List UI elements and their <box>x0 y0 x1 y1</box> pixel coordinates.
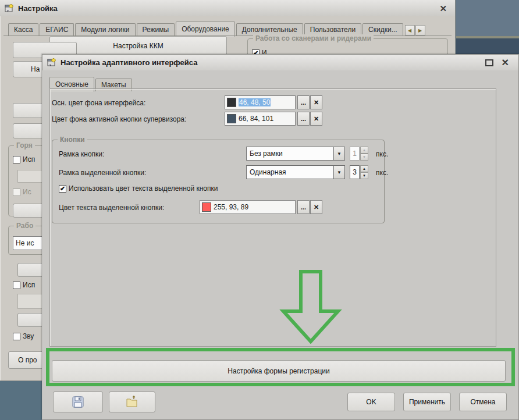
left-checkbox-1-label: Исп <box>23 155 35 163</box>
dialog-title: Настройка адаптивного интерфейса <box>61 58 197 67</box>
cancel-button[interactable]: Отмена <box>459 393 507 411</box>
selected-frame-width-value: 3 <box>350 165 360 179</box>
save-layout-button[interactable] <box>53 391 103 412</box>
left-checkbox-zvuk[interactable]: Зву <box>13 332 34 340</box>
frame-unit-label: пкс. <box>376 150 388 158</box>
selected-frame-combo-value: Одинарная <box>247 168 333 176</box>
bg-color-label: Осн. цвет фона интерфейса: <box>52 99 145 107</box>
maximize-icon[interactable] <box>485 59 493 66</box>
frame-spin-down-icon[interactable]: ▼ <box>360 154 368 161</box>
scanner-group-label: Работа со сканерами и ридерами <box>253 34 374 42</box>
left-checkbox-3-label: Исп <box>23 281 35 289</box>
hotkeys-group-label: Горя <box>14 141 35 150</box>
bg-color-swatch <box>227 98 236 107</box>
annotation-arrow-icon <box>279 269 343 344</box>
left-combo-value: Не ис <box>16 239 34 247</box>
left-checkbox-3[interactable]: Исп <box>13 281 35 289</box>
selected-frame-combo[interactable]: Одинарная ▼ <box>246 165 345 179</box>
bg-color-field[interactable]: 46, 48, 50 <box>225 95 296 109</box>
tab-page-border <box>3 35 452 35</box>
apply-label: Применить <box>409 398 445 406</box>
supervisor-color-value: 66, 84, 101 <box>239 115 273 123</box>
bg-color-picker-button[interactable]: ... <box>297 95 310 109</box>
desktop-window-behind <box>456 38 519 54</box>
registration-form-button[interactable]: Настройка формы регистрации <box>52 360 506 382</box>
tab-egais[interactable]: ЕГАИС <box>40 23 74 36</box>
left-checkbox-zvuk-box[interactable] <box>13 333 20 340</box>
checkmark-icon: ✔ <box>60 185 65 193</box>
close-icon[interactable]: ✕ <box>439 4 447 13</box>
supervisor-color-clear-button[interactable]: ✕ <box>310 112 322 126</box>
left-checkbox-2-box[interactable] <box>13 188 20 196</box>
text-color-clear-button[interactable]: ✕ <box>310 200 322 214</box>
tab-moduli-logiki[interactable]: Модули логики <box>75 23 135 36</box>
kkm-settings-label: Настройка ККМ <box>113 42 163 50</box>
ok-button[interactable]: OK <box>347 393 395 411</box>
open-folder-icon <box>125 396 139 408</box>
left-checkbox-zvuk-label: Зву <box>23 332 34 340</box>
tab-rezhimy[interactable]: Режимы <box>137 23 175 36</box>
supervisor-color-field[interactable]: 66, 84, 101 <box>225 112 296 126</box>
left-checkbox-1[interactable]: Исп <box>13 155 35 163</box>
left-button-na-label: На <box>31 65 40 73</box>
selected-frame-label: Рамка выделенной кнопки: <box>59 169 146 177</box>
load-layout-button[interactable] <box>109 391 155 412</box>
left-checkbox-2[interactable]: Ис <box>13 188 31 196</box>
left-checkbox-2-label: Ис <box>23 188 31 196</box>
left-checkbox-3-box[interactable] <box>13 282 20 289</box>
selected-spin-down-icon[interactable]: ▼ <box>360 172 368 179</box>
buttons-group-label: Кнопки <box>58 136 87 144</box>
use-text-color-checkbox-row[interactable]: ✔ Использовать цвет текста выделенной кн… <box>59 184 218 193</box>
supervisor-color-picker-button[interactable]: ... <box>297 112 310 126</box>
dialog-close-icon[interactable]: ✕ <box>502 58 509 67</box>
frame-combo[interactable]: Без рамки ▼ <box>246 147 345 161</box>
supervisor-color-swatch <box>227 114 236 123</box>
selected-frame-combo-dropdown-icon[interactable]: ▼ <box>333 166 344 179</box>
desktop-background <box>456 0 519 36</box>
use-text-color-checkbox[interactable]: ✔ <box>59 185 66 193</box>
text-color-field[interactable]: 255, 93, 89 <box>200 200 296 214</box>
text-color-swatch <box>202 202 211 212</box>
selected-frame-unit-label: пкс. <box>376 169 388 177</box>
supervisor-color-label: Цвет фона активной кнопки супервизора: <box>52 115 186 123</box>
frame-spin-up-icon[interactable]: ▲ <box>360 147 368 154</box>
dialog-icon <box>47 58 56 67</box>
window-icon <box>5 4 14 13</box>
registration-form-label: Настройка формы регистрации <box>227 367 329 375</box>
save-icon <box>72 396 84 408</box>
apply-button[interactable]: Применить <box>403 393 451 411</box>
settings-titlebar[interactable]: Настройка ✕ <box>0 0 455 16</box>
frame-combo-value: Без рамки <box>247 150 333 158</box>
bg-color-clear-button[interactable]: ✕ <box>310 95 322 109</box>
ok-label: OK <box>366 398 376 406</box>
text-color-picker-button[interactable]: ... <box>297 200 310 214</box>
dialog-titlebar[interactable]: Настройка адаптивного интерфейса ✕ <box>42 55 518 70</box>
text-color-value: 255, 93, 89 <box>214 203 248 211</box>
about-button-label: О про <box>18 356 37 364</box>
frame-width-value: 1 <box>350 147 360 161</box>
work-group-label: Рабо <box>14 222 35 230</box>
cancel-label: Отмена <box>470 398 495 406</box>
selected-frame-width-spinner[interactable]: 3 ▲▼ <box>350 165 368 179</box>
bg-color-value: 46, 48, 50 <box>239 98 271 106</box>
adaptive-interface-dialog: Настройка адаптивного интерфейса ✕ Основ… <box>42 54 519 420</box>
use-text-color-label: Использовать цвет текста выделенной кноп… <box>69 184 218 193</box>
selected-spin-up-icon[interactable]: ▲ <box>360 165 368 172</box>
left-checkbox-1-box[interactable] <box>13 156 20 163</box>
tab-kassa[interactable]: Касса <box>8 23 38 36</box>
frame-combo-dropdown-icon[interactable]: ▼ <box>333 147 344 160</box>
window-title: Настройка <box>18 4 58 13</box>
frame-label: Рамка кнопки: <box>59 150 104 158</box>
text-color-label: Цвет текста выделенной кнопки: <box>59 204 164 212</box>
frame-width-spinner[interactable]: 1 ▲▼ <box>350 147 368 161</box>
